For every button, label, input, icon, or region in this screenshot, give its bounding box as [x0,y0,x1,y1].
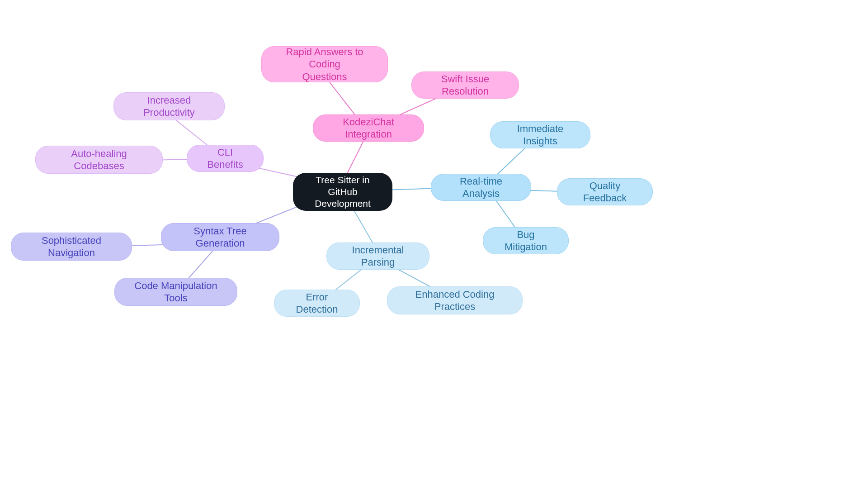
branch-incremental-parsing[interactable]: Incremental Parsing [326,243,429,270]
node-label: Increased Productivity [126,94,212,119]
root-node[interactable]: Tree Sitter in GitHub Development [293,173,392,211]
branch-kodezichat[interactable]: KodeziChat Integration [313,114,424,142]
node-label: Rapid Answers to Coding Questions [274,46,376,83]
node-label: Enhanced Coding Practices [399,288,510,313]
node-error-detection[interactable]: Error Detection [274,290,360,317]
branch-realtime-analysis[interactable]: Real-time Analysis [431,174,531,201]
node-enhanced-coding[interactable]: Enhanced Coding Practices [387,286,523,314]
node-label: Bug Mitigation [495,228,557,253]
node-label: Quality Feedback [569,180,641,205]
branch-syntax-tree[interactable]: Syntax Tree Generation [161,223,279,251]
node-bug-mitigation[interactable]: Bug Mitigation [483,227,569,254]
node-label: Immediate Insights [502,123,578,147]
node-auto-healing[interactable]: Auto-healing Codebases [35,146,163,174]
branch-cli-benefits[interactable]: CLI Benefits [187,145,264,172]
node-label: Real-time Analysis [443,175,519,200]
node-label: KodeziChat Integration [325,116,412,141]
node-label: Swift Issue Resolution [424,73,507,98]
node-label: Code Manipulation Tools [127,280,225,304]
node-sophisticated-navigation[interactable]: Sophisticated Navigation [11,233,132,261]
node-label: Syntax Tree Generation [173,225,267,250]
node-label: Auto-healing Codebases [47,147,151,172]
node-immediate-insights[interactable]: Immediate Insights [490,121,590,148]
node-code-manipulation[interactable]: Code Manipulation Tools [114,278,237,306]
node-label: Sophisticated Navigation [23,234,120,259]
svg-line-0 [344,136,366,179]
node-label: CLI Benefits [199,146,251,171]
node-quality-feedback[interactable]: Quality Feedback [557,178,653,205]
node-increased-productivity[interactable]: Increased Productivity [113,92,225,120]
mindmap-canvas: Tree Sitter in GitHub Development Kodezi… [0,0,868,490]
svg-line-5 [326,77,357,118]
root-label: Tree Sitter in GitHub Development [305,174,381,210]
node-label: Incremental Parsing [339,244,417,269]
node-label: Error Detection [286,291,348,316]
node-rapid-answers[interactable]: Rapid Answers to Coding Questions [261,46,388,82]
node-swift-issue[interactable]: Swift Issue Resolution [411,71,519,99]
